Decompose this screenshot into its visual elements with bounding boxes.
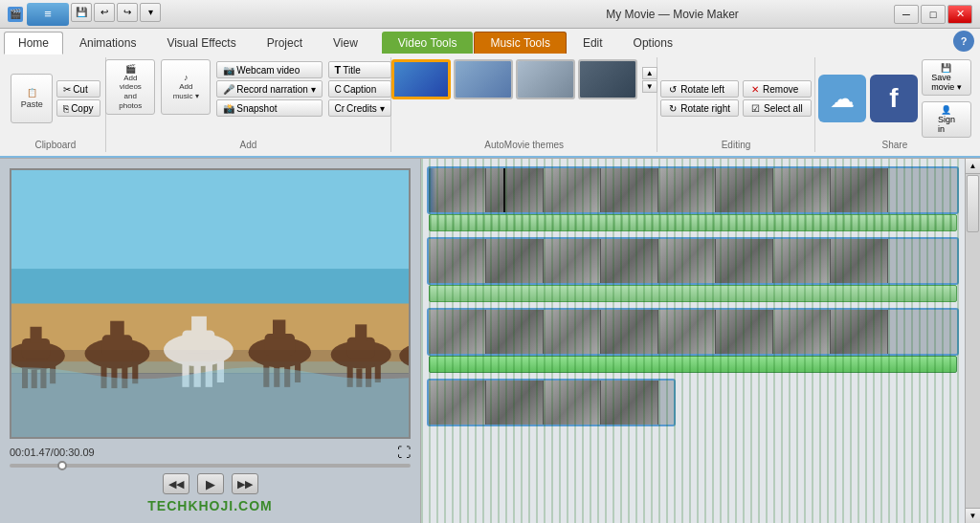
paste-button[interactable]: 📋 Paste bbox=[11, 74, 53, 123]
add-videos-button[interactable]: 🎬 Add videosand photos bbox=[105, 59, 155, 115]
scroll-track bbox=[966, 174, 980, 508]
mic-icon: 🎤 bbox=[223, 84, 234, 95]
minimize-button[interactable]: ─ bbox=[894, 5, 919, 24]
copy-label: Copy bbox=[71, 103, 93, 114]
scroll-thumb[interactable] bbox=[967, 175, 979, 232]
tab-edit[interactable]: Edit bbox=[568, 32, 617, 54]
theme-2[interactable] bbox=[454, 59, 513, 99]
theme-4[interactable] bbox=[578, 59, 637, 99]
svg-rect-22 bbox=[191, 316, 207, 335]
main-content: 00:01.47/00:30.09 ⛶ ◀◀ ▶ ▶▶ TECHKHOJI.CO… bbox=[0, 159, 980, 523]
title-icon: T bbox=[335, 64, 342, 76]
window-controls: ─ □ ✕ bbox=[894, 5, 972, 24]
remove-button[interactable]: ✕ Remove bbox=[743, 80, 812, 98]
fast-forward-button[interactable]: ▶▶ bbox=[232, 473, 258, 494]
select-all-icon: ☑ bbox=[751, 103, 760, 114]
select-all-button[interactable]: ☑ Select all bbox=[743, 99, 812, 117]
undo-btn[interactable]: ↩ bbox=[94, 3, 115, 22]
themes-row bbox=[391, 59, 637, 99]
fullscreen-icon[interactable]: ⛶ bbox=[397, 445, 411, 460]
sign-in-button[interactable]: 👤 Signin bbox=[922, 101, 971, 138]
record-narration-button[interactable]: 🎤 Record narration ▾ bbox=[216, 80, 322, 98]
skydrive-button[interactable]: ☁ bbox=[818, 75, 866, 122]
rotate-col: ↺ Rotate left ↻ Rotate right bbox=[660, 80, 739, 117]
ribbon-container: Home Animations Visual Effects Project V… bbox=[0, 29, 980, 159]
app-menu-button[interactable]: ≡ bbox=[27, 3, 69, 26]
timeline-content bbox=[421, 159, 965, 523]
svg-rect-36 bbox=[355, 324, 367, 340]
save-movie-label: Savemovie ▾ bbox=[931, 73, 962, 92]
tab-video-tools[interactable]: Video Tools bbox=[382, 32, 474, 54]
copy-button[interactable]: ⎘ Copy bbox=[56, 99, 100, 117]
time-current: 00:01.47 bbox=[10, 447, 51, 458]
tab-music-tools[interactable]: Music Tools bbox=[474, 32, 566, 54]
rotate-right-button[interactable]: ↻ Rotate right bbox=[660, 99, 739, 117]
themes-scroll-up[interactable]: ▲ bbox=[642, 67, 657, 79]
add-music-button[interactable]: ♪ Addmusic ▾ bbox=[161, 59, 211, 115]
credits-button[interactable]: Cr Credits ▾ bbox=[328, 99, 391, 117]
playback-controls: ◀◀ ▶ ▶▶ bbox=[10, 473, 411, 494]
webcam-icon: 📷 bbox=[223, 65, 234, 76]
webcam-label: Webcam video bbox=[236, 65, 300, 76]
rotate-left-icon: ↺ bbox=[669, 84, 677, 95]
themes-scroll-down[interactable]: ▼ bbox=[642, 80, 657, 93]
preview-scene bbox=[11, 170, 409, 437]
remove-label: Remove bbox=[763, 84, 798, 95]
snapshot-button[interactable]: 📸 Snapshot bbox=[216, 99, 322, 117]
tab-view[interactable]: View bbox=[319, 32, 372, 54]
scroll-down-btn[interactable]: ▼ bbox=[966, 508, 980, 523]
close-button[interactable]: ✕ bbox=[947, 5, 972, 24]
tab-project[interactable]: Project bbox=[253, 32, 317, 54]
seekbar[interactable] bbox=[10, 464, 411, 468]
add-group: 🎬 Add videosand photos ♪ Addmusic ▾ 📷 We… bbox=[106, 57, 392, 152]
clipboard-group: 📋 Paste ✂ Cut ⎘ Copy Clipboard bbox=[6, 57, 106, 152]
tab-home[interactable]: Home bbox=[4, 32, 63, 54]
seekbar-container[interactable] bbox=[10, 464, 411, 468]
rotate-right-label: Rotate right bbox=[680, 103, 730, 114]
time-total: 00:30.09 bbox=[54, 447, 95, 458]
save-movie-button[interactable]: 💾 Savemovie ▾ bbox=[922, 59, 971, 96]
editing-content: ↺ Rotate left ↻ Rotate right ✕ Remove ☑ bbox=[660, 59, 811, 138]
cut-label: Cut bbox=[73, 84, 88, 95]
watermark: TECHKHOJI.COM bbox=[10, 498, 411, 513]
customize-btn[interactable]: ▾ bbox=[140, 3, 161, 22]
share-content: ☁ f 💾 Savemovie ▾ 👤 Signin bbox=[818, 59, 971, 138]
cut-button[interactable]: ✂ Cut bbox=[56, 80, 100, 98]
remove-select-col: ✕ Remove ☑ Select all bbox=[743, 80, 812, 117]
theme-1[interactable] bbox=[391, 59, 451, 99]
rotate-right-icon: ↻ bbox=[669, 103, 677, 114]
preview-controls-bar: 00:01.47/00:30.09 ⛶ bbox=[10, 443, 411, 462]
sign-in-icon: 👤 bbox=[941, 105, 951, 115]
copy-icon: ⎘ bbox=[63, 103, 69, 114]
tab-animations[interactable]: Animations bbox=[65, 32, 150, 54]
timeline-area: ▲ ▼ bbox=[421, 159, 980, 523]
seekbar-thumb[interactable] bbox=[57, 461, 67, 470]
save-quick-btn[interactable]: 💾 bbox=[71, 3, 92, 22]
add-label: Add bbox=[240, 140, 257, 150]
title-button[interactable]: T Title bbox=[328, 61, 391, 78]
play-button[interactable]: ▶ bbox=[197, 473, 224, 494]
scroll-up-btn[interactable]: ▲ bbox=[966, 159, 980, 174]
themes-scrollbar: ▲ ▼ bbox=[642, 67, 657, 93]
tab-options[interactable]: Options bbox=[619, 32, 687, 54]
redo-btn[interactable]: ↪ bbox=[117, 3, 138, 22]
rewind-button[interactable]: ◀◀ bbox=[163, 473, 189, 494]
tab-visual-effects[interactable]: Visual Effects bbox=[152, 32, 250, 54]
maximize-button[interactable]: □ bbox=[921, 5, 946, 24]
help-button[interactable]: ? bbox=[953, 31, 974, 52]
time-display: 00:01.47/00:30.09 bbox=[10, 447, 95, 458]
save-sign-col: 💾 Savemovie ▾ 👤 Signin bbox=[922, 59, 971, 138]
preview-panel: 00:01.47/00:30.09 ⛶ ◀◀ ▶ ▶▶ TECHKHOJI.CO… bbox=[0, 159, 421, 523]
facebook-button[interactable]: f bbox=[870, 75, 918, 122]
window-title: My Movie — Movie Maker bbox=[451, 8, 894, 21]
rotate-left-button[interactable]: ↺ Rotate left bbox=[660, 80, 739, 98]
quick-access-toolbar: ≡ 💾 ↩ ↪ ▾ bbox=[27, 3, 161, 26]
record-label: Record narration ▾ bbox=[236, 84, 315, 95]
audio-track-2[interactable] bbox=[429, 285, 957, 302]
caption-button[interactable]: C Caption bbox=[328, 80, 391, 98]
cut-copy-group: ✂ Cut ⎘ Copy bbox=[56, 80, 100, 117]
webcam-video-button[interactable]: 📷 Webcam video bbox=[216, 61, 322, 78]
snapshot-label: Snapshot bbox=[236, 103, 277, 114]
theme-3[interactable] bbox=[516, 59, 575, 99]
facebook-icon: f bbox=[889, 83, 898, 114]
